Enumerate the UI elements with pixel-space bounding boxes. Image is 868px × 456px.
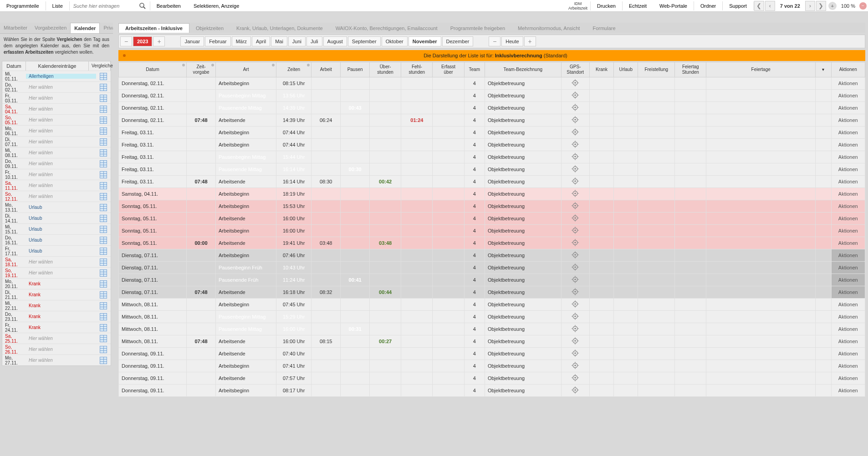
nav-prev-icon[interactable]: ‹ <box>765 1 775 11</box>
search-box <box>70 2 150 10</box>
idm-arbeitszeit-button[interactable]: IDMArbeitszeit <box>566 1 590 10</box>
nav-first-icon[interactable]: ❮ <box>754 1 764 11</box>
echtzeit-button[interactable]: Echtzeit <box>623 0 653 11</box>
svg-point-0 <box>140 3 144 7</box>
drucken-button[interactable]: Drucken <box>591 0 622 11</box>
svg-line-1 <box>143 7 145 9</box>
nav-last-icon[interactable]: ❯ <box>816 1 826 11</box>
programmteile-button[interactable]: Programmteile <box>0 0 46 11</box>
nav-next-icon[interactable]: › <box>805 1 815 11</box>
zoom-label: 100 % <box>838 3 858 9</box>
ordner-button[interactable]: Ordner <box>694 0 722 11</box>
zoom-out-icon[interactable]: − <box>859 2 867 10</box>
search-icon[interactable] <box>139 2 146 10</box>
webportale-button[interactable]: Web-Portale <box>653 0 694 11</box>
page-counter: 7 von 22 <box>776 3 805 9</box>
selektieren-button[interactable]: Selektieren, Anzeige <box>187 0 245 11</box>
add-icon[interactable]: + <box>828 2 837 10</box>
liste-button[interactable]: Liste <box>46 0 69 11</box>
support-button[interactable]: Support <box>723 0 753 11</box>
bearbeiten-button[interactable]: Bearbeiten <box>150 0 187 11</box>
search-input[interactable] <box>73 3 137 9</box>
top-toolbar: Programmteile Liste Bearbeiten Selektier… <box>0 0 868 12</box>
